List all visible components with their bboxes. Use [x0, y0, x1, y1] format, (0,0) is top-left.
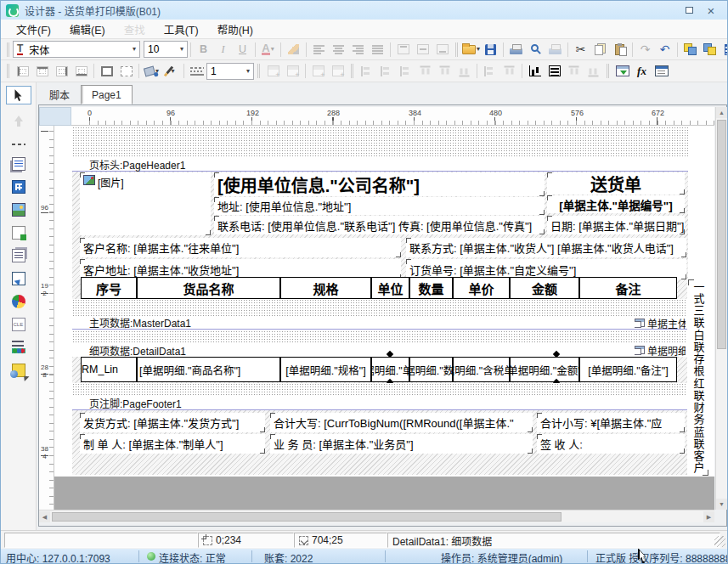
customer-name-field[interactable]: 客户名称: [单据主体."往来单位"] [80, 238, 401, 257]
tab-page1[interactable]: Page1 [81, 85, 133, 104]
align-objects-middle-button[interactable] [435, 62, 454, 80]
bring-to-front-button[interactable] [680, 41, 700, 59]
import-button[interactable] [612, 62, 632, 80]
border-all-button[interactable] [97, 62, 116, 80]
text-object-button[interactable] [6, 155, 31, 173]
copy-strip-field[interactable]: 一式三联 白联存根 红联财务 蓝联客户 [687, 279, 709, 477]
paste-button[interactable] [610, 41, 629, 59]
contact-field[interactable]: 联系方式: [单据主体."收货人"] [单据主体."收货人电话"] [406, 238, 686, 257]
line-style-button[interactable] [187, 62, 206, 80]
script-fx-button[interactable]: fx [632, 62, 652, 80]
table-header-price[interactable]: 单价 [453, 277, 510, 299]
address-field[interactable]: 地址: [使用单位信息."地址"] [214, 197, 545, 215]
send-to-back-button[interactable] [700, 41, 720, 59]
delete-band-button[interactable] [283, 62, 302, 80]
resize-grip[interactable] [714, 536, 725, 547]
chart-object-button[interactable] [6, 292, 31, 311]
maximize-button[interactable] [678, 3, 700, 17]
richtext-object-button[interactable] [6, 246, 31, 265]
save-button[interactable] [481, 41, 500, 59]
detail-cell-price[interactable]: [单据明细."含税单价"] [453, 357, 510, 382]
total-num-field[interactable]: 合计小写: ¥[单据主体."应 [537, 413, 685, 432]
detail-cell-spec[interactable]: [单据明细."规格"] [280, 357, 371, 382]
space-vertical-button[interactable] [499, 62, 519, 80]
table-header-spec[interactable]: 规格 [280, 277, 371, 299]
nudge-up-button[interactable] [564, 62, 584, 80]
cursor-tool-button[interactable] [6, 86, 31, 104]
toolbar-grip[interactable] [607, 64, 609, 78]
border-none-button[interactable] [116, 62, 136, 80]
detail-cell-name[interactable]: [单据明细."商品名称"] [137, 357, 280, 382]
space-horizontal-button[interactable] [480, 62, 499, 80]
align-right-button[interactable] [348, 41, 368, 59]
vertical-scrollbar[interactable]: ▲ ▼ [715, 107, 727, 510]
salesman-field[interactable]: 业 务 员: [单据主体."业务员"] [270, 434, 533, 454]
band-pageheader-label[interactable]: 页标头:PageHeader1 [72, 158, 688, 172]
same-width-button[interactable] [525, 62, 545, 80]
doc-title-field[interactable]: 送货单 [547, 172, 685, 195]
picture-object-button[interactable] [6, 200, 31, 219]
hand-tool-button[interactable] [6, 109, 31, 127]
table-header-name[interactable]: 货品名称 [137, 277, 280, 299]
detail-cell-remark[interactable]: [单据明细."备注"] [579, 357, 677, 382]
cut-button[interactable]: ✂ [571, 41, 590, 59]
horizontal-scroll-thumb[interactable] [52, 512, 562, 522]
font-size-combo[interactable]: 10 ▾ [144, 41, 188, 58]
preview-button[interactable] [526, 41, 545, 59]
align-objects-left-button[interactable] [357, 62, 376, 80]
align-objects-center-button[interactable] [376, 62, 396, 80]
line-width-combo[interactable]: 1 ▾ [206, 63, 254, 80]
scroll-up-button[interactable]: ▲ [716, 107, 727, 118]
italic-button[interactable]: I [213, 41, 233, 59]
same-height-button[interactable] [545, 62, 564, 80]
border-left-button[interactable] [13, 62, 32, 80]
align-objects-right-button[interactable] [396, 62, 415, 80]
detail-cell-amount[interactable]: [单据明细."金额"] [510, 357, 579, 382]
line-color-button[interactable]: ▾ [161, 62, 181, 80]
horizontal-scrollbar[interactable]: ◀ ▶ [39, 510, 714, 522]
more-objects-button[interactable] [6, 361, 31, 380]
underline-button[interactable]: U [233, 41, 252, 59]
doc-no-field[interactable]: [单据主体."单据编号"] [547, 195, 685, 213]
border-top-button[interactable] [32, 62, 52, 80]
company-name-field[interactable]: [使用单位信息."公司名称"] [214, 172, 545, 196]
table-header-qty[interactable]: 数量 [409, 277, 453, 299]
copy-button[interactable] [590, 41, 610, 59]
toolbar-grip[interactable] [257, 64, 260, 78]
subreport-object-button[interactable] [6, 269, 31, 288]
fill-color-button[interactable]: ▾ [142, 62, 161, 80]
ship-method-field[interactable]: 发货方式: [单据主体."发货方式"] [80, 413, 265, 432]
page-setup-button[interactable] [545, 41, 565, 59]
expression-object-button[interactable] [6, 178, 31, 196]
band-pagefooter-label[interactable]: 页注脚:PageFooter1 [72, 397, 688, 410]
bold-button[interactable]: B [194, 41, 213, 59]
table-header-unit[interactable]: 单位 [371, 277, 409, 299]
tel-fax-field[interactable]: 联系电话: [使用单位信息."联系电话"] 传真: [使用单位信息."传真"] [214, 216, 545, 234]
toolbar-grip[interactable] [7, 64, 9, 78]
report-page[interactable]: 页标头:PageHeader1 [图片] [使用单位信息."公司名称"] 送货单… [54, 126, 714, 510]
print-button[interactable] [506, 41, 526, 59]
close-button[interactable]: × [700, 3, 722, 17]
menu-tools[interactable]: 工具(T) [155, 20, 207, 39]
ole-object-button[interactable] [6, 315, 31, 334]
border-bottom-button[interactable] [71, 62, 91, 80]
barcode-object-button[interactable] [6, 338, 31, 357]
highlight-button[interactable] [284, 41, 303, 59]
chevron-down-icon[interactable]: ▾ [246, 68, 250, 75]
picture-placeholder[interactable]: [图片] [80, 172, 211, 235]
insert-column-button[interactable] [328, 62, 347, 80]
undo-button[interactable]: ↶ [655, 41, 674, 59]
align-objects-bottom-button[interactable] [454, 62, 474, 80]
align-justify-button[interactable] [368, 41, 387, 59]
font-color-button[interactable]: A▾ [258, 41, 278, 59]
band-masterdata-label[interactable]: 主项数据:MasterData1 单据主体 [72, 316, 688, 330]
shape-object-button[interactable] [6, 223, 31, 242]
valign-top-button[interactable] [393, 41, 413, 59]
band-detaildata-label[interactable]: 细项数据:DetailData1 单据明细 [72, 343, 688, 357]
font-name-combo[interactable]: T 宋体 ▾ [13, 41, 140, 58]
scroll-left-button[interactable]: ◀ [39, 511, 50, 522]
valign-middle-button[interactable] [413, 41, 432, 59]
toolbar-grip[interactable] [351, 64, 353, 78]
detail-cell-seq[interactable]: RM_Lin [81, 357, 137, 382]
scroll-right-button[interactable]: ▶ [703, 511, 714, 522]
